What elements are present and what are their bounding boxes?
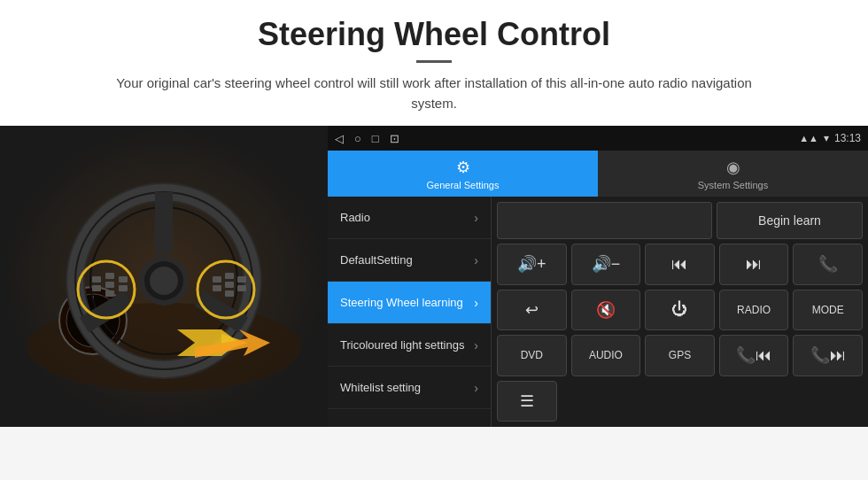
chevron-icon: › <box>474 211 478 225</box>
begin-learn-label: Begin learn <box>758 213 821 228</box>
status-bar: ◁ ○ □ ⊡ ▲▲ ▾ 13:13 <box>328 126 868 151</box>
radio-label: RADIO <box>737 304 771 316</box>
hang-up-button[interactable]: ↩ <box>497 290 567 331</box>
svg-rect-32 <box>237 285 246 291</box>
btn-row-3: DVD AUDIO GPS 📞⏮ 📞⏭ <box>497 335 863 376</box>
gps-button[interactable]: GPS <box>645 335 715 376</box>
begin-learn-row: Begin learn <box>497 202 863 239</box>
svg-rect-22 <box>105 282 114 288</box>
svg-rect-19 <box>92 276 101 283</box>
phone-next-button[interactable]: 📞⏭ <box>793 335 863 376</box>
prev-track-icon: ⏮ <box>671 255 687 274</box>
chevron-icon: › <box>474 381 478 395</box>
svg-rect-21 <box>105 273 114 279</box>
title-divider <box>416 60 452 63</box>
content-area: Radio › DefaultSetting › Steering Wheel … <box>328 197 868 427</box>
page-subtitle: Your original car's steering wheel contr… <box>115 74 753 113</box>
dvd-label: DVD <box>521 349 543 361</box>
tab-general[interactable]: ⚙ General Settings <box>328 151 598 197</box>
tab-system-label: System Settings <box>698 180 768 190</box>
nav-buttons: ◁ ○ □ ⊡ <box>335 132 399 145</box>
phone-button[interactable]: 📞 <box>793 244 863 285</box>
svg-rect-31 <box>237 276 246 283</box>
radio-button[interactable]: RADIO <box>719 290 789 331</box>
page-header: Steering Wheel Control Your original car… <box>0 0 868 126</box>
next-track-button[interactable]: ⏭ <box>719 244 789 285</box>
next-track-icon: ⏭ <box>746 255 762 274</box>
chevron-icon: › <box>474 296 478 310</box>
mode-label: MODE <box>812 304 844 316</box>
phone-prev-button[interactable]: 📞⏮ <box>719 335 789 376</box>
controls-grid: 🔊+ 🔊− ⏮ ⏭ 📞 <box>497 244 863 422</box>
power-button[interactable]: ⏻ <box>645 290 715 331</box>
menu-item-radio-label: Radio <box>340 211 370 224</box>
android-panel: ◁ ○ □ ⊡ ▲▲ ▾ 13:13 ⚙ General Settings ◉ … <box>328 126 868 427</box>
mode-button[interactable]: MODE <box>793 290 863 331</box>
chevron-icon: › <box>474 338 478 352</box>
hang-up-icon: ↩ <box>525 300 539 320</box>
svg-rect-23 <box>105 290 114 297</box>
gps-label: GPS <box>669 349 691 361</box>
volume-up-icon: 🔊+ <box>517 254 546 274</box>
prev-track-button[interactable]: ⏮ <box>645 244 715 285</box>
btn-row-1: 🔊+ 🔊− ⏮ ⏭ 📞 <box>497 244 863 285</box>
nav-extra-icon[interactable]: ⊡ <box>390 132 399 145</box>
svg-rect-25 <box>119 285 128 291</box>
svg-rect-29 <box>225 282 234 288</box>
nav-recent-icon[interactable]: □ <box>372 132 379 145</box>
begin-learn-button[interactable]: Begin learn <box>717 202 863 239</box>
menu-item-steering-wheel[interactable]: Steering Wheel learning › <box>328 282 491 324</box>
nav-back-icon[interactable]: ◁ <box>335 132 344 145</box>
menu-item-default-setting[interactable]: DefaultSetting › <box>328 239 491 282</box>
svg-rect-27 <box>213 285 221 291</box>
audio-label: AUDIO <box>589 349 623 361</box>
status-indicators: ▲▲ ▾ 13:13 <box>799 132 861 144</box>
page-title: Steering Wheel Control <box>18 16 850 53</box>
volume-down-button[interactable]: 🔊− <box>571 244 641 285</box>
menu-item-tricoloured[interactable]: Tricoloured light settings › <box>328 324 491 367</box>
steering-wheel-image: km/h <box>0 126 328 427</box>
menu-item-steering-label: Steering Wheel learning <box>340 296 463 309</box>
menu-item-radio[interactable]: Radio › <box>328 197 491 239</box>
phone-icon: 📞 <box>818 254 838 274</box>
settings-menu: Radio › DefaultSetting › Steering Wheel … <box>328 197 492 427</box>
steering-wheel-svg: km/h <box>22 152 306 400</box>
dvd-button[interactable]: DVD <box>497 335 567 376</box>
system-settings-icon: ◉ <box>726 158 740 177</box>
menu-item-default-label: DefaultSetting <box>340 253 413 267</box>
menu-icon: ☰ <box>520 391 534 411</box>
control-panel: Begin learn 🔊+ 🔊− ⏮ <box>492 197 868 427</box>
tab-general-label: General Settings <box>427 180 500 190</box>
menu-item-whitelist[interactable]: Whitelist setting › <box>328 367 491 409</box>
general-settings-icon: ⚙ <box>456 158 470 177</box>
nav-home-icon[interactable]: ○ <box>354 132 361 145</box>
audio-button[interactable]: AUDIO <box>571 335 641 376</box>
svg-rect-26 <box>213 276 221 283</box>
clock: 13:13 <box>834 132 861 144</box>
phone-next-icon: 📞⏭ <box>810 345 846 365</box>
tab-system[interactable]: ◉ System Settings <box>598 151 868 197</box>
menu-item-whitelist-label: Whitelist setting <box>340 381 421 394</box>
mute-icon: 🔇 <box>596 300 616 320</box>
wifi-icon: ▾ <box>824 132 829 144</box>
svg-rect-24 <box>119 276 128 283</box>
menu-button[interactable]: ☰ <box>497 381 557 422</box>
btn-row-4: ☰ <box>497 381 863 422</box>
tab-bar: ⚙ General Settings ◉ System Settings <box>328 151 868 197</box>
svg-rect-28 <box>225 273 234 279</box>
input-field[interactable] <box>497 202 712 239</box>
volume-down-icon: 🔊− <box>592 254 621 274</box>
mute-button[interactable]: 🔇 <box>571 290 641 331</box>
chevron-icon: › <box>474 253 478 267</box>
power-icon: ⏻ <box>671 300 687 319</box>
svg-rect-20 <box>92 285 101 291</box>
svg-point-16 <box>150 267 178 295</box>
signal-icon: ▲▲ <box>799 133 818 143</box>
menu-item-tricoloured-label: Tricoloured light settings <box>340 338 464 352</box>
main-content: km/h <box>0 126 868 427</box>
svg-rect-30 <box>225 290 234 297</box>
volume-up-button[interactable]: 🔊+ <box>497 244 567 285</box>
phone-prev-icon: 📞⏮ <box>736 345 771 365</box>
btn-row-2: ↩ 🔇 ⏻ RADIO MODE <box>497 290 863 331</box>
